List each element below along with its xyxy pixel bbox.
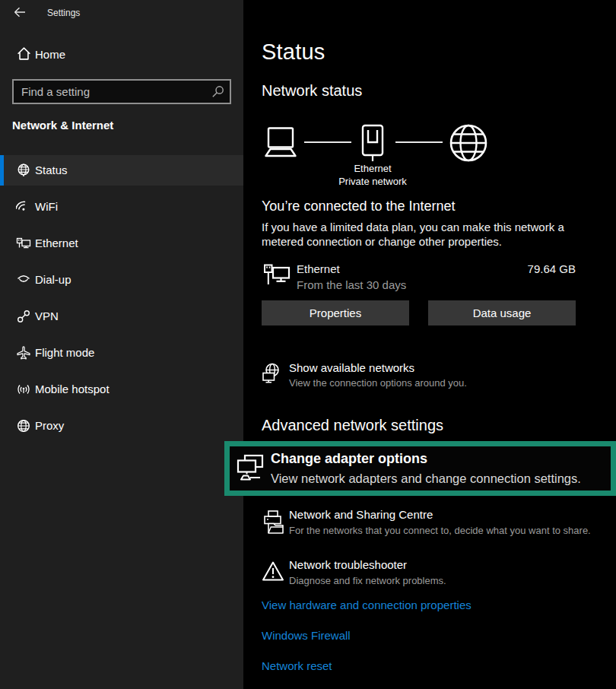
network-status-heading: Network status bbox=[262, 82, 362, 100]
diagram-connector-line bbox=[395, 141, 443, 143]
link-network-reset[interactable]: Network reset bbox=[262, 659, 332, 672]
show-networks-title: Show available networks bbox=[289, 361, 414, 374]
available-networks-icon bbox=[262, 363, 281, 385]
back-button[interactable] bbox=[12, 5, 30, 23]
show-available-networks-row[interactable]: Show available networks View the connect… bbox=[262, 361, 581, 396]
connected-description: If you have a limited data plan, you can… bbox=[262, 220, 592, 249]
diagram-connector-line bbox=[304, 141, 351, 143]
sidebar-item-label: Ethernet bbox=[35, 237, 78, 249]
usage-adapter-name: Ethernet bbox=[297, 262, 340, 276]
advanced-item-description: Diagnose and fix network problems. bbox=[289, 575, 446, 586]
sidebar-item-label: Status bbox=[35, 164, 68, 176]
advanced-item-title: Change adapter options bbox=[271, 451, 427, 467]
ethernet-adapter-icon bbox=[263, 262, 291, 290]
sidebar-item-wifi[interactable]: WiFi bbox=[0, 192, 243, 222]
highlight-box: Change adapter options View network adap… bbox=[224, 441, 616, 496]
home-icon bbox=[16, 46, 32, 62]
sidebar-item-flight-mode[interactable]: Flight mode bbox=[0, 338, 243, 368]
ethernet-plug-icon bbox=[360, 124, 385, 162]
advanced-item-description: For the networks that you connect to, de… bbox=[289, 525, 591, 536]
sidebar-item-label: Flight mode bbox=[35, 346, 94, 359]
show-networks-description: View the connection options around you. bbox=[289, 377, 467, 389]
sidebar-section-title: Network & Internet bbox=[12, 119, 113, 132]
page-title: Status bbox=[262, 40, 325, 65]
sidebar-item-proxy[interactable]: Proxy bbox=[0, 411, 243, 441]
dialup-phone-icon bbox=[16, 272, 31, 287]
advanced-item-network-sharing-centre[interactable]: Network and Sharing Centre For the netwo… bbox=[262, 508, 611, 543]
network-adapters-icon bbox=[236, 454, 265, 484]
wifi-icon bbox=[16, 199, 31, 214]
ethernet-icon bbox=[16, 236, 31, 251]
diagram-network-type: Private network bbox=[319, 176, 426, 187]
window-title: Settings bbox=[47, 8, 80, 18]
sidebar-item-label: Home bbox=[35, 48, 65, 61]
search-input[interactable] bbox=[21, 81, 204, 103]
internet-globe-icon bbox=[449, 123, 488, 163]
sharing-centre-icon bbox=[262, 510, 286, 535]
sidebar-item-status[interactable]: Status bbox=[0, 155, 243, 186]
sidebar-item-ethernet[interactable]: Ethernet bbox=[0, 228, 243, 259]
sidebar: Settings Home Network & Internet Status … bbox=[0, 0, 243, 689]
link-view-hardware-properties[interactable]: View hardware and connection properties bbox=[262, 599, 472, 611]
sidebar-item-home[interactable]: Home bbox=[0, 44, 243, 67]
advanced-settings-heading: Advanced network settings bbox=[262, 417, 443, 434]
back-arrow-icon bbox=[12, 5, 30, 20]
proxy-globe-icon bbox=[16, 418, 31, 433]
advanced-item-title: Network and Sharing Centre bbox=[289, 508, 433, 521]
sidebar-item-vpn[interactable]: VPN bbox=[0, 301, 243, 332]
advanced-item-description: View network adapters and change connect… bbox=[271, 472, 581, 486]
laptop-icon bbox=[262, 126, 300, 158]
data-usage-button[interactable]: Data usage bbox=[428, 300, 576, 325]
search-icon[interactable] bbox=[210, 84, 225, 100]
selected-accent-bar bbox=[0, 155, 4, 186]
usage-period: From the last 30 days bbox=[297, 278, 406, 292]
sidebar-item-label: VPN bbox=[35, 310, 59, 322]
usage-amount: 79.64 GB bbox=[456, 262, 576, 276]
link-windows-firewall[interactable]: Windows Firewall bbox=[262, 629, 351, 642]
warning-triangle-icon bbox=[262, 560, 284, 582]
advanced-item-title: Network troubleshooter bbox=[289, 558, 407, 571]
sidebar-item-label: Proxy bbox=[35, 419, 64, 432]
search-box bbox=[12, 79, 231, 104]
sidebar-item-label: WiFi bbox=[35, 200, 58, 213]
advanced-item-network-troubleshooter[interactable]: Network troubleshooter Diagnose and fix … bbox=[262, 558, 611, 593]
sidebar-item-dialup[interactable]: Dial-up bbox=[0, 265, 243, 295]
vpn-icon bbox=[16, 309, 31, 324]
sidebar-item-mobile-hotspot[interactable]: Mobile hotspot bbox=[0, 374, 243, 405]
connected-heading: You’re connected to the Internet bbox=[262, 198, 456, 214]
sidebar-item-label: Mobile hotspot bbox=[35, 383, 110, 395]
sidebar-item-label: Dial-up bbox=[35, 273, 71, 286]
globe-status-icon bbox=[16, 163, 31, 178]
diagram-connection-label: Ethernet bbox=[319, 163, 426, 174]
airplane-icon bbox=[16, 345, 31, 360]
properties-button[interactable]: Properties bbox=[262, 300, 409, 325]
advanced-item-change-adapter-options[interactable]: Change adapter options View network adap… bbox=[230, 446, 611, 491]
hotspot-icon bbox=[16, 382, 31, 397]
